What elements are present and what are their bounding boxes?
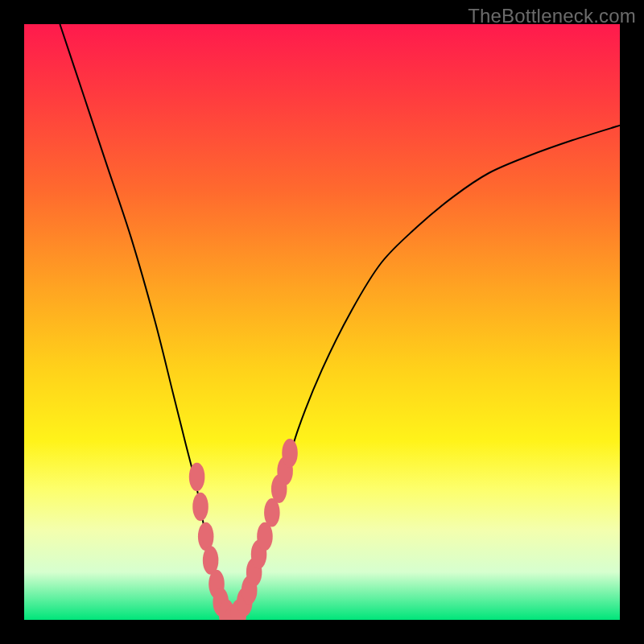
curve-marker (192, 493, 208, 522)
curve-canvas (24, 24, 620, 620)
bottleneck-curve (60, 24, 620, 620)
chart-container: TheBottleneck.com (0, 0, 644, 644)
plot-area (24, 24, 620, 620)
watermark: TheBottleneck.com (468, 5, 636, 27)
curve-marker (282, 439, 298, 468)
curve-marker (189, 463, 205, 492)
